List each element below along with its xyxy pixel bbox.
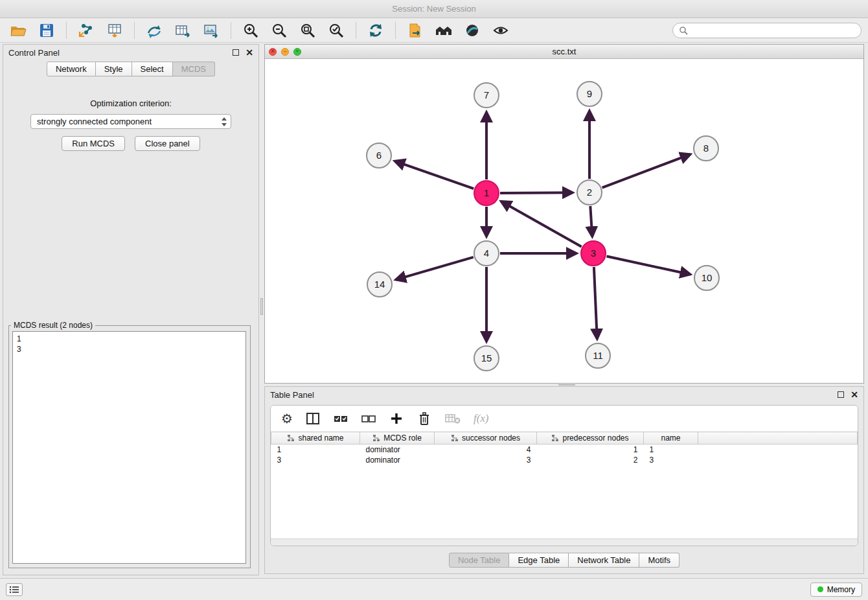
search-input[interactable] xyxy=(692,25,855,35)
delete-table-button[interactable] xyxy=(444,411,461,426)
close-table-panel-button[interactable]: ✕ xyxy=(851,390,858,399)
mcds-result-list[interactable]: 1 3 xyxy=(12,331,246,564)
graph-node-8[interactable]: 8 xyxy=(694,136,718,161)
open-session-button[interactable] xyxy=(6,20,30,41)
graph-node-4[interactable]: 4 xyxy=(474,241,499,266)
zoom-fit-button[interactable] xyxy=(296,20,319,41)
tab-style[interactable]: Style xyxy=(96,62,132,76)
graph-node-3[interactable]: 3 xyxy=(581,241,606,266)
zoom-fit-icon xyxy=(299,22,316,39)
close-window-button[interactable]: ✕ xyxy=(269,48,277,56)
tab-node-table[interactable]: Node Table xyxy=(449,553,510,568)
tab-edge-table[interactable]: Edge Table xyxy=(509,553,569,568)
table-settings-button[interactable]: ⚙ xyxy=(281,411,293,426)
cell-predecessor-nodes[interactable]: 1 xyxy=(537,444,644,455)
cell-mcds-role[interactable]: dominator xyxy=(360,444,435,455)
tab-select[interactable]: Select xyxy=(132,62,173,76)
save-session-button[interactable] xyxy=(35,20,58,41)
show-columns-button[interactable] xyxy=(305,411,321,426)
minimize-window-button[interactable]: − xyxy=(281,48,289,56)
column-header-predecessor-nodes[interactable]: predecessor nodes xyxy=(537,432,644,444)
column-header-shared-name[interactable]: shared name xyxy=(271,432,360,444)
refresh-view-button[interactable] xyxy=(364,20,387,41)
cell-predecessor-nodes[interactable]: 2 xyxy=(537,455,644,465)
zoom-selected-icon xyxy=(328,22,345,39)
float-panel-button[interactable] xyxy=(233,49,239,56)
graph-node-6[interactable]: 6 xyxy=(367,143,391,168)
column-header-name[interactable]: name xyxy=(644,432,698,444)
graph-edge-3-11[interactable] xyxy=(594,267,597,339)
show-hide-button[interactable] xyxy=(489,20,512,41)
search-box[interactable] xyxy=(672,23,862,38)
trash-icon xyxy=(417,411,432,426)
cell-successor-nodes[interactable]: 4 xyxy=(435,444,537,455)
tab-network-table[interactable]: Network Table xyxy=(569,553,639,568)
graph-node-15[interactable]: 15 xyxy=(474,346,499,371)
tab-mcds[interactable]: MCDS xyxy=(173,62,215,76)
column-type-icon xyxy=(287,434,295,442)
splitter-grip[interactable] xyxy=(260,298,263,315)
zoom-out-button[interactable] xyxy=(268,20,291,41)
table-row[interactable]: 3 dominator 3 2 3 xyxy=(271,455,858,465)
memory-button[interactable]: Memory xyxy=(810,583,862,597)
mcds-result-item[interactable]: 3 xyxy=(17,344,242,354)
tab-motifs[interactable]: Motifs xyxy=(639,553,680,568)
network-window-titlebar[interactable]: scc.txt ✕ − + xyxy=(265,45,863,59)
cell-name[interactable]: 1 xyxy=(644,444,698,455)
toolbar-separator xyxy=(134,22,135,39)
network-canvas[interactable]: 7968124314101511 xyxy=(265,59,863,383)
zoom-window-button[interactable]: + xyxy=(293,48,301,56)
zoom-selected-button[interactable] xyxy=(325,20,348,41)
vertical-splitter[interactable] xyxy=(259,44,264,575)
close-panel-action-button[interactable]: Close panel xyxy=(135,136,200,151)
zoom-in-button[interactable] xyxy=(239,20,262,41)
delete-column-button[interactable] xyxy=(417,411,432,426)
cell-shared-name[interactable]: 3 xyxy=(271,455,360,465)
memory-status-icon xyxy=(817,586,823,592)
column-header-mcds-role[interactable]: MCDS role xyxy=(360,432,435,444)
graph-edge-3-1[interactable] xyxy=(501,202,582,247)
graph-node-9[interactable]: 9 xyxy=(577,82,602,106)
function-builder-button[interactable]: f(x) xyxy=(474,412,489,425)
cell-successor-nodes[interactable]: 3 xyxy=(435,455,537,465)
task-history-button[interactable] xyxy=(6,583,23,596)
tab-network[interactable]: Network xyxy=(47,62,96,76)
optimization-select[interactable]: strongly connected component xyxy=(30,114,231,129)
apply-style-button[interactable] xyxy=(461,20,484,41)
export-network-button[interactable] xyxy=(143,20,166,41)
graph-edge-2-3[interactable] xyxy=(590,206,592,237)
table-row[interactable]: 1 dominator 4 1 1 xyxy=(271,444,858,455)
home-button[interactable] xyxy=(432,20,455,41)
column-header-successor-nodes[interactable]: successor nodes xyxy=(435,432,537,444)
horizontal-scrollbar[interactable] xyxy=(271,538,858,546)
graph-node-1[interactable]: 1 xyxy=(474,181,499,205)
run-mcds-button[interactable]: Run MCDS xyxy=(62,136,125,151)
cell-name[interactable]: 3 xyxy=(644,455,698,465)
float-table-panel-button[interactable] xyxy=(838,391,844,398)
graph-edge-4-14[interactable] xyxy=(396,257,474,280)
mcds-result-item[interactable]: 1 xyxy=(17,334,242,344)
window-titlebar: Session: New Session xyxy=(0,0,868,18)
create-column-button[interactable] xyxy=(389,411,404,426)
graph-edge-1-6[interactable] xyxy=(395,161,474,189)
select-stepper-icon xyxy=(220,117,228,127)
export-table-button[interactable] xyxy=(171,20,194,41)
graph-edge-3-10[interactable] xyxy=(607,257,691,275)
graph-node-11[interactable]: 11 xyxy=(586,343,610,368)
graph-edge-1-2[interactable] xyxy=(500,192,573,193)
import-table-button[interactable] xyxy=(103,20,126,41)
import-network-button[interactable] xyxy=(74,20,98,41)
cell-shared-name[interactable]: 1 xyxy=(271,444,360,455)
graph-edge-2-8[interactable] xyxy=(602,154,691,187)
splitter-grip[interactable] xyxy=(558,384,575,386)
graph-node-7[interactable]: 7 xyxy=(474,83,499,108)
first-neighbors-button[interactable] xyxy=(404,20,427,41)
select-all-rows-button[interactable] xyxy=(333,411,348,426)
close-panel-button[interactable]: ✕ xyxy=(246,48,253,57)
graph-node-14[interactable]: 14 xyxy=(367,272,392,297)
export-image-button[interactable] xyxy=(200,20,223,41)
graph-node-2[interactable]: 2 xyxy=(577,180,602,205)
graph-node-10[interactable]: 10 xyxy=(694,266,719,290)
cell-mcds-role[interactable]: dominator xyxy=(360,455,435,465)
deselect-all-rows-button[interactable] xyxy=(361,411,376,426)
